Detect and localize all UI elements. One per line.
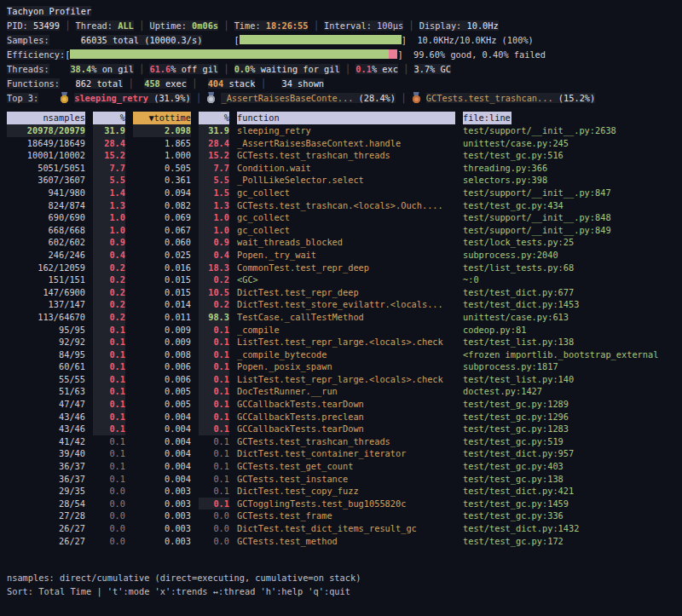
tottime-cell: 0.009 — [133, 324, 191, 337]
pct-direct-cell: 28.4 — [93, 137, 125, 150]
table-header: nsamples % ▼tottime % function file:line — [7, 112, 682, 124]
text-segment: 3.7 — [414, 64, 431, 74]
table-row: 162/120590.20.01618.3CommonTest.test_rep… — [7, 262, 682, 274]
pct-cumulative-cell: 10.5 — [199, 286, 229, 299]
col-header-function[interactable]: function — [237, 112, 455, 124]
text-segment — [202, 35, 234, 45]
pct-cumulative-cell: 31.9 — [199, 124, 229, 137]
function-cell: DictTest.test_container_iterator — [237, 447, 455, 460]
text-segment: 10.0Hz — [466, 20, 498, 31]
pct-direct-cell: 0.1 — [93, 348, 125, 361]
tottime-cell: 0.003 — [133, 498, 191, 510]
pct-direct-cell: 0.1 — [93, 435, 125, 448]
pct-cumulative-cell: 1.3 — [199, 199, 229, 212]
pct-direct-cell: 0.1 — [93, 385, 125, 398]
tottime-cell: 0.060 — [133, 236, 191, 249]
efficiency-bar-track — [70, 49, 397, 59]
pct-cumulative-cell: 0.4 — [199, 249, 229, 262]
app-title: Tachyon Profiler — [7, 6, 91, 16]
fileline-cell: ~:0 — [463, 273, 682, 286]
terminal-window: Tachyon Profiler PID: 53499 │ Thread: AL… — [0, 0, 682, 598]
tottime-cell: 0.008 — [133, 348, 191, 361]
bronze-medal-icon — [412, 92, 421, 103]
fileline-cell: test/test_gc.py:516 — [463, 149, 682, 162]
status-line-threads: Threads: 38.4% on gil │ 61.6% off gil │ … — [7, 62, 682, 77]
pct-direct-cell: 0.1 — [93, 324, 125, 337]
function-cell: GCTests.test_instance — [237, 473, 455, 486]
text-segment: GCTests.test_trashcan... — [426, 93, 553, 103]
col-header-nsamples[interactable]: nsamples — [7, 112, 85, 124]
function-cell: GCCallbackTests.tearDown — [237, 423, 455, 435]
table-row: 60/610.10.0060.1Popen._posix_spawnsubpro… — [7, 360, 682, 373]
fileline-cell: subprocess.py:2040 — [463, 249, 682, 262]
pct-direct-cell: 1.0 — [93, 224, 125, 237]
function-cell: ListTest.test_repr_large.<locals>.check — [237, 373, 455, 386]
pct-cumulative-cell: 1.0 — [199, 224, 229, 237]
table-row: 28/540.00.0030.1GCTogglingTests.test_bug… — [7, 498, 682, 510]
text-segment: │ — [396, 93, 412, 103]
pct-direct-cell: 0.2 — [93, 298, 125, 311]
footer-legend: nsamples: direct/cumulative (direct=exec… — [7, 571, 682, 584]
text-segment: 99.60% good, 0.40% failed — [413, 49, 546, 60]
samples-bar-fill — [240, 35, 402, 44]
nsamples-cell: 147/6900 — [7, 286, 85, 299]
silver-medal-icon — [206, 92, 216, 103]
table-row: 602/6020.90.0600.9wait_threads_blockedte… — [7, 236, 682, 249]
tottime-cell: 0.014 — [133, 298, 191, 311]
text-segment: │ — [134, 20, 150, 31]
table-row: 5051/50517.70.5057.7Condition.waitthread… — [7, 162, 682, 175]
table-row: 29/350.00.0030.1DictTest.test_copy_fuzzt… — [7, 485, 682, 498]
text-segment — [49, 35, 81, 45]
pct-cumulative-cell: 0.0 — [199, 535, 229, 548]
col-header-tottime-sorted[interactable]: ▼tottime — [133, 112, 191, 124]
nsamples-cell: 668/668 — [7, 224, 85, 237]
nsamples-cell: 43/46 — [7, 423, 85, 435]
samples-bar-track — [240, 35, 402, 44]
col-header-fileline[interactable]: file:line — [463, 112, 512, 124]
text-segment: 61.6 — [149, 64, 170, 74]
text-segment: 0m06s — [192, 20, 218, 31]
col-header-pct-cumulative[interactable]: % — [199, 112, 229, 124]
text-segment: Threads: — [7, 64, 49, 74]
efficiency-bar-fill — [389, 49, 397, 59]
fileline-cell: selectors.py:398 — [463, 174, 682, 187]
pct-cumulative-cell: 0.1 — [199, 447, 229, 460]
table-row: 84/950.10.0080.1_compile_bytecode<frozen… — [7, 348, 682, 361]
nsamples-cell: 10001/10002 — [7, 149, 85, 162]
pct-direct-cell: 5.5 — [93, 174, 125, 187]
tottime-cell: 0.005 — [133, 398, 191, 411]
tottime-cell: 0.004 — [133, 473, 191, 486]
pct-cumulative-cell: 0.1 — [199, 360, 229, 373]
pct-direct-cell: 0.0 — [93, 498, 125, 510]
function-cell: Popen._posix_spawn — [237, 360, 455, 373]
pct-direct-cell: 1.4 — [93, 187, 125, 199]
text-segment: 0.0 — [234, 64, 251, 74]
nsamples-cell: 5051/5051 — [7, 162, 85, 175]
pct-direct-cell: 15.2 — [93, 149, 125, 162]
nsamples-cell: 36/37 — [7, 460, 85, 473]
table-row: 3607/36075.50.3615.5_PollLikeSelector.se… — [7, 174, 682, 187]
text-segment: % exc — [372, 64, 398, 74]
nsamples-cell: 151/151 — [7, 273, 85, 286]
pct-cumulative-cell: 0.1 — [199, 336, 229, 348]
function-cell: _AssertRaisesBaseContext.handle — [237, 137, 455, 150]
pct-direct-cell: 0.1 — [93, 423, 125, 435]
nsamples-cell: 137/147 — [7, 298, 85, 311]
function-cell: TestCase._callTestMethod — [237, 311, 455, 324]
tottime-cell: 0.015 — [133, 286, 191, 299]
nsamples-cell: 941/980 — [7, 187, 85, 199]
function-cell: DocTestRunner.__run — [237, 385, 455, 398]
text-segment: Functions: — [7, 78, 60, 89]
pct-cumulative-cell: 98.3 — [199, 311, 229, 324]
text-segment — [421, 93, 426, 103]
table-row: 43/460.10.0040.1GCCallbackTests.preclean… — [7, 411, 682, 423]
efficiency-bar-fill — [70, 49, 389, 59]
table-row: 36/370.10.0040.1GCTests.test_get_countte… — [7, 460, 682, 473]
fileline-cell: doctest.py:1427 — [463, 385, 682, 398]
col-header-pct-direct[interactable]: % — [93, 112, 125, 124]
table-row: 55/550.10.0060.1ListTest.test_repr_large… — [7, 373, 682, 386]
table-row: 151/1510.20.0150.2<GC>~:0 — [7, 273, 682, 286]
text-segment: 18:26:55 — [266, 20, 309, 31]
table-row: 36/370.10.0040.1GCTests.test_instancetes… — [7, 473, 682, 486]
table-row: 47/470.10.0050.1GCCallbackTests.tearDown… — [7, 398, 682, 411]
